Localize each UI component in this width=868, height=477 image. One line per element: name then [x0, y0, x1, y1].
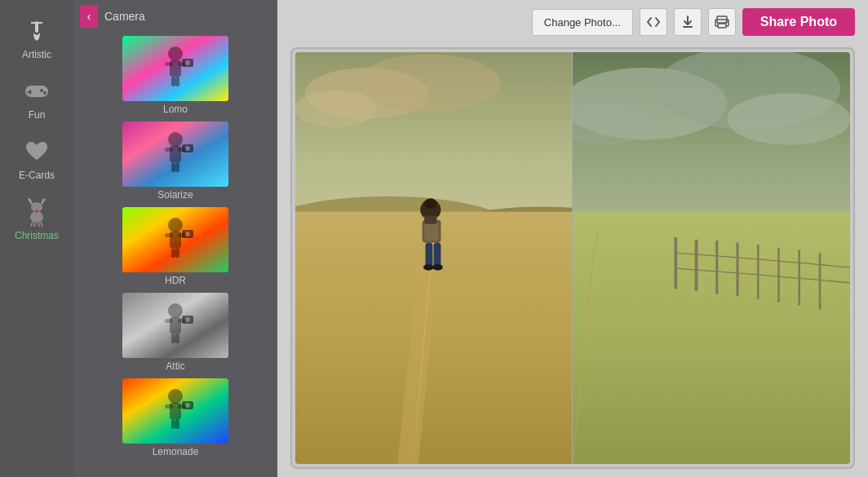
- embed-code-button[interactable]: [640, 8, 667, 36]
- sidebar-christmas-label: Christmas: [15, 230, 59, 241]
- back-arrow-button[interactable]: ‹: [80, 5, 98, 28]
- svg-rect-35: [165, 233, 173, 237]
- download-icon: [681, 15, 694, 29]
- svg-rect-17: [165, 62, 173, 66]
- camera-category-label: Camera: [104, 10, 145, 23]
- sidebar-ecards-label: E-Cards: [19, 170, 55, 181]
- svg-rect-4: [27, 91, 32, 93]
- sidebar: Artistic Fun E-Cards: [0, 0, 73, 477]
- svg-rect-112: [573, 52, 850, 464]
- svg-point-24: [168, 132, 183, 147]
- lemonade-label: Lemonade: [153, 446, 199, 457]
- svg-point-63: [725, 21, 727, 23]
- svg-point-22: [185, 60, 190, 65]
- svg-point-49: [185, 317, 190, 322]
- lomo-label: Lomo: [163, 104, 188, 115]
- svg-point-42: [168, 303, 183, 318]
- svg-point-40: [185, 232, 190, 236]
- download-button[interactable]: [674, 8, 702, 36]
- svg-point-80: [424, 198, 436, 209]
- sidebar-item-ecards[interactable]: E-Cards: [0, 129, 73, 189]
- svg-rect-44: [165, 319, 173, 323]
- sidebar-fun-label: Fun: [29, 109, 46, 121]
- print-button[interactable]: [708, 8, 736, 36]
- brush-icon: [22, 16, 51, 46]
- main-content: Change Photo... Share Photo: [277, 0, 868, 477]
- svg-line-10: [31, 222, 33, 227]
- attic-thumbnail: [122, 293, 228, 358]
- effects-list: Lomo: [73, 33, 277, 477]
- hdr-label: HDR: [165, 275, 186, 286]
- sidebar-artistic-label: Artistic: [22, 49, 51, 60]
- sidebar-item-fun[interactable]: Fun: [0, 68, 73, 129]
- effect-attic[interactable]: Attic: [80, 293, 271, 375]
- svg-point-9: [35, 210, 38, 213]
- svg-point-88: [423, 264, 434, 271]
- svg-line-12: [38, 223, 39, 227]
- sidebar-item-christmas[interactable]: Christmas: [0, 189, 73, 250]
- photo-display: [295, 52, 850, 464]
- change-photo-button[interactable]: Change Photo...: [532, 9, 633, 36]
- hdr-thumbnail: [122, 207, 228, 272]
- svg-line-11: [34, 223, 35, 227]
- attic-label: Attic: [166, 360, 184, 372]
- svg-point-51: [168, 389, 183, 404]
- effect-solarize[interactable]: Solarize: [80, 121, 271, 204]
- sidebar-item-artistic[interactable]: Artistic: [0, 8, 73, 68]
- heart-icon: [22, 137, 51, 166]
- code-icon: [646, 16, 661, 28]
- lemonade-thumbnail: [122, 378, 228, 444]
- effect-lemonade[interactable]: Lemonade: [80, 378, 271, 461]
- photo-canvas: [290, 47, 855, 469]
- svg-rect-46: [171, 333, 175, 343]
- svg-rect-56: [175, 419, 179, 429]
- svg-rect-47: [175, 333, 179, 343]
- middle-panel: ‹ Camera: [73, 0, 277, 477]
- camera-header: ‹ Camera: [73, 0, 277, 33]
- gamepad-icon: [22, 77, 51, 106]
- svg-point-31: [185, 146, 190, 151]
- reindeer-icon: [22, 197, 51, 227]
- svg-rect-62: [718, 24, 726, 28]
- svg-point-5: [40, 89, 43, 92]
- photo-scene: [295, 52, 850, 464]
- svg-rect-55: [171, 419, 175, 429]
- svg-rect-53: [165, 404, 173, 409]
- svg-point-15: [168, 46, 183, 61]
- svg-point-33: [168, 218, 183, 232]
- svg-rect-20: [175, 77, 179, 86]
- svg-point-6: [43, 91, 46, 95]
- toolbar: Change Photo... Share Photo: [290, 8, 855, 36]
- solarize-thumbnail: [122, 121, 228, 187]
- svg-rect-59: [683, 26, 693, 28]
- solarize-label: Solarize: [157, 189, 193, 201]
- svg-rect-26: [165, 148, 173, 152]
- svg-rect-37: [171, 248, 175, 258]
- share-photo-button[interactable]: Share Photo: [742, 8, 855, 36]
- lomo-thumbnail: [122, 36, 228, 101]
- svg-rect-85: [424, 216, 436, 224]
- svg-rect-28: [171, 162, 175, 172]
- print-icon: [715, 15, 729, 29]
- svg-rect-19: [171, 77, 175, 86]
- svg-rect-82: [424, 222, 439, 241]
- svg-point-89: [432, 264, 443, 271]
- svg-rect-38: [175, 248, 179, 258]
- svg-rect-29: [175, 162, 179, 172]
- effect-hdr[interactable]: HDR: [80, 207, 271, 289]
- svg-point-58: [185, 403, 190, 408]
- effect-lomo[interactable]: Lomo: [80, 36, 271, 118]
- svg-line-13: [41, 222, 42, 227]
- svg-point-8: [30, 211, 43, 223]
